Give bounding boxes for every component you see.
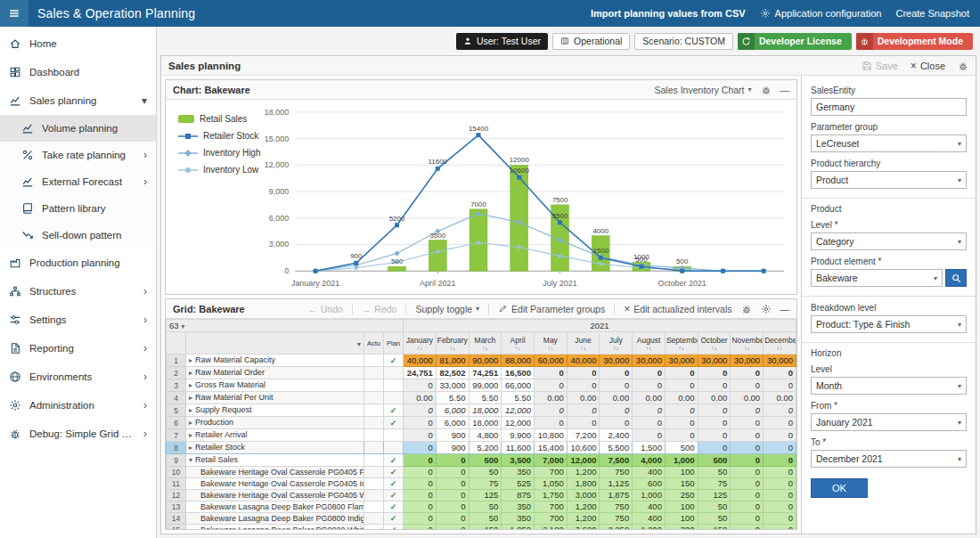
actualized-cell[interactable] — [364, 429, 384, 442]
cell-gross-raw-material-december[interactable]: 0 — [764, 379, 796, 392]
cell-raw-material-order-july[interactable]: 0 — [600, 367, 633, 379]
month-header-march[interactable]: March↑↓ — [469, 332, 502, 355]
cell-raw-material-per-unit-july[interactable]: 0.00 — [600, 392, 633, 404]
redo-button[interactable]: →Redo — [362, 304, 397, 314]
row-name[interactable]: ▸Gross Raw Material — [186, 379, 364, 392]
month-header-january[interactable]: January↑↓ — [404, 332, 437, 355]
cell-retailer-stock-november[interactable]: 0 — [731, 442, 764, 454]
cell-raw-material-per-unit-december[interactable]: 0.00 — [764, 392, 796, 404]
cell-retailer-stock-may[interactable]: 15,400 — [534, 442, 567, 454]
cell-bakeware-lasagna-deep-baker-pg0800-flame-july[interactable]: 750 — [600, 501, 633, 513]
sales-entity-input[interactable] — [811, 98, 967, 116]
cell-bakeware-heritage-oval-casserole-pg0405-indigo-april[interactable]: 525 — [502, 478, 535, 490]
user-badge[interactable]: User: Test User — [456, 33, 548, 50]
sidebar-item-take-rate-planning[interactable]: Take rate planning› — [0, 142, 156, 168]
planned-cell[interactable] — [384, 429, 404, 442]
cell-bakeware-heritage-oval-casserole-pg0405-white-january[interactable]: 0 — [404, 490, 437, 501]
cell-supply-request-july[interactable]: 0 — [600, 404, 633, 417]
cell-gross-raw-material-may[interactable]: 0 — [534, 379, 567, 392]
cell-raw-material-capacity-march[interactable]: 90,000 — [469, 355, 502, 367]
cell-supply-request-october[interactable]: 0 — [698, 404, 731, 417]
cell-raw-material-per-unit-november[interactable]: 0.00 — [731, 392, 764, 404]
cell-retailer-stock-april[interactable]: 11,600 — [502, 442, 535, 454]
cell-bakeware-heritage-oval-casserole-pg0405-flame-march[interactable]: 50 — [469, 467, 502, 478]
cell-gross-raw-material-november[interactable]: 0 — [731, 379, 764, 392]
actualized-cell[interactable] — [364, 525, 384, 530]
actualized-cell[interactable] — [364, 478, 384, 490]
cell-retailer-stock-august[interactable]: 1,500 — [633, 442, 666, 454]
cell-gross-raw-material-april[interactable]: 66,000 — [502, 379, 535, 392]
expand-icon[interactable]: ▸ — [189, 381, 192, 389]
row-name[interactable]: ▾Retail Sales — [186, 454, 364, 467]
cell-raw-material-order-december[interactable]: 0 — [764, 367, 796, 379]
cell-raw-material-capacity-february[interactable]: 81,000 — [436, 355, 469, 367]
planned-cell[interactable] — [384, 379, 404, 392]
sidebar-item-administration[interactable]: Administration› — [0, 391, 156, 420]
sidebar-item-sell-down-pattern[interactable]: Sell-down pattern — [0, 222, 156, 249]
cell-raw-material-order-september[interactable]: 0 — [665, 367, 698, 379]
developer-license-badge[interactable]: Developer License — [738, 33, 852, 50]
cell-retail-sales-august[interactable]: 4,000 — [633, 454, 666, 467]
cell-supply-request-september[interactable]: 0 — [665, 404, 698, 417]
cell-retailer-stock-february[interactable]: 900 — [436, 442, 469, 454]
cell-production-december[interactable]: 0 — [764, 417, 796, 429]
cell-bakeware-lasagna-deep-baker-pg0800-flame-december[interactable]: 0 — [764, 501, 796, 513]
row-name[interactable]: Bakeware Heritage Oval Casserole PG0405 … — [186, 467, 364, 478]
product-hierarchy-select[interactable]: Product▾ — [811, 171, 967, 189]
cell-raw-material-order-june[interactable]: 0 — [567, 367, 600, 379]
cell-bakeware-lasagna-deep-baker-pg0800-white-october[interactable]: 150 — [698, 525, 731, 530]
cell-retail-sales-april[interactable]: 3,500 — [502, 454, 535, 467]
sidebar-item-debug-simple-grid-views[interactable]: Debug: Simple Grid Views› — [0, 420, 156, 448]
cell-bakeware-lasagna-deep-baker-pg0800-white-june[interactable]: 3,600 — [567, 525, 600, 530]
close-button[interactable]: ×Close — [911, 61, 945, 71]
actualized-cell[interactable] — [364, 513, 384, 525]
cell-bakeware-heritage-oval-casserole-pg0405-white-november[interactable]: 0 — [731, 490, 764, 501]
cell-gross-raw-material-june[interactable]: 0 — [567, 379, 600, 392]
cell-production-may[interactable]: 0 — [534, 417, 567, 429]
month-header-april[interactable]: April↑↓ — [502, 332, 535, 355]
cell-raw-material-capacity-december[interactable]: 30,000 — [764, 355, 796, 367]
planned-cell[interactable]: ✓ — [384, 490, 404, 501]
cell-bakeware-heritage-oval-casserole-pg0405-flame-january[interactable]: 0 — [404, 467, 437, 478]
to-select[interactable]: December 2021▾ — [811, 450, 967, 468]
sidebar-item-settings[interactable]: Settings› — [0, 306, 156, 334]
product-element-select[interactable]: Bakeware▾ — [811, 269, 943, 287]
month-header-may[interactable]: May↑↓ — [534, 332, 567, 355]
planned-cell[interactable] — [384, 442, 404, 454]
cell-production-february[interactable]: 6,000 — [436, 417, 469, 429]
scenario-badge[interactable]: Scenario: CUSTOM — [634, 33, 733, 50]
cell-bakeware-heritage-oval-casserole-pg0405-white-february[interactable]: 0 — [436, 490, 469, 501]
cell-retailer-arrival-september[interactable]: 0 — [665, 429, 698, 442]
cell-supply-request-june[interactable]: 0 — [567, 404, 600, 417]
cell-bakeware-lasagna-deep-baker-pg0800-flame-april[interactable]: 350 — [502, 501, 535, 513]
ok-button[interactable]: OK — [811, 478, 868, 498]
planned-cell[interactable] — [384, 392, 404, 404]
cell-raw-material-capacity-june[interactable]: 40,000 — [567, 355, 600, 367]
row-name[interactable]: ▸Raw Material Capacity — [186, 355, 364, 367]
planned-cell[interactable] — [384, 367, 404, 379]
cell-bakeware-lasagna-deep-baker-pg0800-flame-august[interactable]: 400 — [633, 501, 666, 513]
month-header-february[interactable]: February↑↓ — [436, 332, 469, 355]
cell-bakeware-lasagna-deep-baker-pg0800-indigo-december[interactable]: 0 — [764, 513, 796, 525]
cell-supply-request-march[interactable]: 18,000 — [469, 404, 502, 417]
cell-bakeware-heritage-oval-casserole-pg0405-flame-may[interactable]: 700 — [534, 467, 567, 478]
cell-raw-material-order-august[interactable]: 0 — [633, 367, 666, 379]
cell-production-march[interactable]: 18,000 — [469, 417, 502, 429]
cell-raw-material-order-october[interactable]: 0 — [698, 367, 731, 379]
cell-bakeware-lasagna-deep-baker-pg0800-white-september[interactable]: 300 — [665, 525, 698, 530]
cell-retail-sales-november[interactable]: 0 — [731, 454, 764, 467]
from-select[interactable]: January 2021▾ — [811, 413, 967, 431]
cell-bakeware-heritage-oval-casserole-pg0405-indigo-august[interactable]: 600 — [633, 478, 666, 490]
row-name[interactable]: ▸Supply Request — [186, 404, 364, 417]
operational-badge[interactable]: Operational — [552, 33, 630, 50]
cell-bakeware-lasagna-deep-baker-pg0800-flame-june[interactable]: 1,200 — [567, 501, 600, 513]
row-name[interactable]: ▸Production — [186, 417, 364, 429]
cell-retailer-stock-june[interactable]: 10,600 — [567, 442, 600, 454]
parameter-group-select[interactable]: LeCreuset▾ — [811, 134, 967, 152]
cell-bakeware-heritage-oval-casserole-pg0405-flame-april[interactable]: 350 — [502, 467, 535, 478]
cell-bakeware-lasagna-deep-baker-pg0800-white-january[interactable]: 0 — [404, 525, 437, 530]
sidebar-item-reporting[interactable]: Reporting› — [0, 334, 156, 363]
cell-retailer-arrival-july[interactable]: 2,400 — [600, 429, 633, 442]
cell-retailer-arrival-october[interactable]: 0 — [698, 429, 731, 442]
cell-production-september[interactable]: 0 — [665, 417, 698, 429]
